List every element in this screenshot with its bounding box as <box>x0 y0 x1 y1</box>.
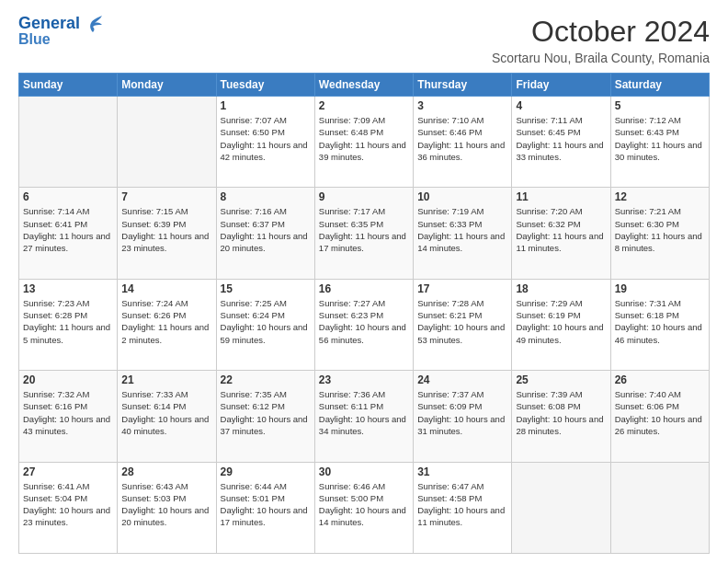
calendar-cell: 16Sunrise: 7:27 AM Sunset: 6:23 PM Dayli… <box>314 279 413 370</box>
day-number: 19 <box>615 282 705 295</box>
header: General Blue October 2024 Scortaru Nou, … <box>18 15 710 65</box>
calendar-cell <box>19 97 118 188</box>
calendar-cell: 25Sunrise: 7:39 AM Sunset: 6:08 PM Dayli… <box>512 371 610 462</box>
calendar-cell: 19Sunrise: 7:31 AM Sunset: 6:18 PM Dayli… <box>610 279 709 370</box>
title-block: October 2024 Scortaru Nou, Braila County… <box>492 15 710 65</box>
day-number: 8 <box>221 190 311 203</box>
day-text: Sunrise: 6:41 AM Sunset: 5:04 PM Dayligh… <box>23 480 113 529</box>
day-text: Sunrise: 6:44 AM Sunset: 5:01 PM Dayligh… <box>221 480 311 529</box>
day-text: Sunrise: 6:47 AM Sunset: 4:58 PM Dayligh… <box>417 480 507 529</box>
day-header-saturday: Saturday <box>610 74 709 97</box>
day-header-monday: Monday <box>118 74 216 97</box>
day-number: 11 <box>516 190 606 203</box>
day-header-friday: Friday <box>512 74 610 97</box>
calendar-cell: 27Sunrise: 6:41 AM Sunset: 5:04 PM Dayli… <box>19 462 118 553</box>
day-header-wednesday: Wednesday <box>314 74 413 97</box>
day-text: Sunrise: 7:36 AM Sunset: 6:11 PM Dayligh… <box>319 388 409 437</box>
day-text: Sunrise: 6:46 AM Sunset: 5:00 PM Dayligh… <box>319 480 409 529</box>
day-header-sunday: Sunday <box>19 74 118 97</box>
day-number: 30 <box>319 465 409 478</box>
day-text: Sunrise: 7:11 AM Sunset: 6:45 PM Dayligh… <box>516 114 606 163</box>
calendar-cell: 1Sunrise: 7:07 AM Sunset: 6:50 PM Daylig… <box>216 97 314 188</box>
day-text: Sunrise: 7:25 AM Sunset: 6:24 PM Dayligh… <box>221 297 311 346</box>
calendar-cell: 14Sunrise: 7:24 AM Sunset: 6:26 PM Dayli… <box>118 279 216 370</box>
calendar-cell: 7Sunrise: 7:15 AM Sunset: 6:39 PM Daylig… <box>118 188 216 279</box>
calendar-cell: 21Sunrise: 7:33 AM Sunset: 6:14 PM Dayli… <box>118 371 216 462</box>
day-text: Sunrise: 7:07 AM Sunset: 6:50 PM Dayligh… <box>221 114 311 163</box>
day-text: Sunrise: 7:14 AM Sunset: 6:41 PM Dayligh… <box>23 205 113 254</box>
day-number: 26 <box>615 373 705 386</box>
day-number: 13 <box>23 282 113 295</box>
day-number: 10 <box>417 190 507 203</box>
day-number: 27 <box>23 465 113 478</box>
calendar-cell: 28Sunrise: 6:43 AM Sunset: 5:03 PM Dayli… <box>118 462 216 553</box>
calendar-cell: 4Sunrise: 7:11 AM Sunset: 6:45 PM Daylig… <box>512 97 610 188</box>
day-number: 21 <box>121 373 211 386</box>
day-text: Sunrise: 7:37 AM Sunset: 6:09 PM Dayligh… <box>417 388 507 437</box>
calendar-cell <box>118 97 216 188</box>
calendar-week-1: 1Sunrise: 7:07 AM Sunset: 6:50 PM Daylig… <box>19 97 710 188</box>
day-number: 2 <box>319 99 409 112</box>
day-number: 25 <box>516 373 606 386</box>
day-text: Sunrise: 7:10 AM Sunset: 6:46 PM Dayligh… <box>417 114 507 163</box>
day-text: Sunrise: 7:17 AM Sunset: 6:35 PM Dayligh… <box>319 205 409 254</box>
day-text: Sunrise: 7:20 AM Sunset: 6:32 PM Dayligh… <box>516 205 606 254</box>
day-number: 5 <box>615 99 705 112</box>
day-text: Sunrise: 7:32 AM Sunset: 6:16 PM Dayligh… <box>23 388 113 437</box>
day-text: Sunrise: 7:19 AM Sunset: 6:33 PM Dayligh… <box>417 205 507 254</box>
calendar-week-3: 13Sunrise: 7:23 AM Sunset: 6:28 PM Dayli… <box>19 279 710 370</box>
day-text: Sunrise: 7:35 AM Sunset: 6:12 PM Dayligh… <box>221 388 311 437</box>
day-number: 28 <box>121 465 211 478</box>
calendar-cell: 23Sunrise: 7:36 AM Sunset: 6:11 PM Dayli… <box>314 371 413 462</box>
calendar-cell: 12Sunrise: 7:21 AM Sunset: 6:30 PM Dayli… <box>610 188 709 279</box>
calendar-cell: 20Sunrise: 7:32 AM Sunset: 6:16 PM Dayli… <box>19 371 118 462</box>
calendar-cell: 10Sunrise: 7:19 AM Sunset: 6:33 PM Dayli… <box>414 188 512 279</box>
day-number: 29 <box>221 465 311 478</box>
day-number: 17 <box>417 282 507 295</box>
calendar-cell: 31Sunrise: 6:47 AM Sunset: 4:58 PM Dayli… <box>414 462 512 553</box>
day-text: Sunrise: 7:12 AM Sunset: 6:43 PM Dayligh… <box>615 114 705 163</box>
day-number: 16 <box>319 282 409 295</box>
day-text: Sunrise: 7:15 AM Sunset: 6:39 PM Dayligh… <box>121 205 211 254</box>
calendar-cell: 22Sunrise: 7:35 AM Sunset: 6:12 PM Dayli… <box>216 371 314 462</box>
calendar-cell: 8Sunrise: 7:16 AM Sunset: 6:37 PM Daylig… <box>216 188 314 279</box>
day-text: Sunrise: 7:27 AM Sunset: 6:23 PM Dayligh… <box>319 297 409 346</box>
calendar-cell: 17Sunrise: 7:28 AM Sunset: 6:21 PM Dayli… <box>414 279 512 370</box>
calendar-cell <box>610 462 709 553</box>
day-number: 1 <box>221 99 311 112</box>
day-text: Sunrise: 6:43 AM Sunset: 5:03 PM Dayligh… <box>121 480 211 529</box>
day-text: Sunrise: 7:29 AM Sunset: 6:19 PM Dayligh… <box>516 297 606 346</box>
logo-text-line2: Blue <box>18 31 51 48</box>
day-number: 18 <box>516 282 606 295</box>
day-text: Sunrise: 7:24 AM Sunset: 6:26 PM Dayligh… <box>121 297 211 346</box>
calendar-cell <box>512 462 610 553</box>
calendar-cell: 9Sunrise: 7:17 AM Sunset: 6:35 PM Daylig… <box>314 188 413 279</box>
calendar-page: General Blue October 2024 Scortaru Nou, … <box>0 0 728 563</box>
day-text: Sunrise: 7:21 AM Sunset: 6:30 PM Dayligh… <box>615 205 705 254</box>
day-header-tuesday: Tuesday <box>216 74 314 97</box>
calendar-cell: 18Sunrise: 7:29 AM Sunset: 6:19 PM Dayli… <box>512 279 610 370</box>
calendar-table: SundayMondayTuesdayWednesdayThursdayFrid… <box>18 73 710 554</box>
day-number: 4 <box>516 99 606 112</box>
day-number: 31 <box>417 465 507 478</box>
day-text: Sunrise: 7:39 AM Sunset: 6:08 PM Dayligh… <box>516 388 606 437</box>
day-text: Sunrise: 7:40 AM Sunset: 6:06 PM Dayligh… <box>615 388 705 437</box>
calendar-week-5: 27Sunrise: 6:41 AM Sunset: 5:04 PM Dayli… <box>19 462 710 553</box>
day-number: 6 <box>23 190 113 203</box>
day-number: 22 <box>221 373 311 386</box>
location-title: Scortaru Nou, Braila County, Romania <box>492 51 710 65</box>
day-number: 24 <box>417 373 507 386</box>
day-text: Sunrise: 7:33 AM Sunset: 6:14 PM Dayligh… <box>121 388 211 437</box>
calendar-header-row: SundayMondayTuesdayWednesdayThursdayFrid… <box>19 74 710 97</box>
calendar-cell: 5Sunrise: 7:12 AM Sunset: 6:43 PM Daylig… <box>610 97 709 188</box>
month-title: October 2024 <box>492 15 710 49</box>
calendar-cell: 24Sunrise: 7:37 AM Sunset: 6:09 PM Dayli… <box>414 371 512 462</box>
day-number: 9 <box>319 190 409 203</box>
day-text: Sunrise: 7:16 AM Sunset: 6:37 PM Dayligh… <box>221 205 311 254</box>
day-text: Sunrise: 7:23 AM Sunset: 6:28 PM Dayligh… <box>23 297 113 346</box>
day-number: 3 <box>417 99 507 112</box>
calendar-week-2: 6Sunrise: 7:14 AM Sunset: 6:41 PM Daylig… <box>19 188 710 279</box>
calendar-cell: 30Sunrise: 6:46 AM Sunset: 5:00 PM Dayli… <box>314 462 413 553</box>
calendar-cell: 29Sunrise: 6:44 AM Sunset: 5:01 PM Dayli… <box>216 462 314 553</box>
day-number: 20 <box>23 373 113 386</box>
